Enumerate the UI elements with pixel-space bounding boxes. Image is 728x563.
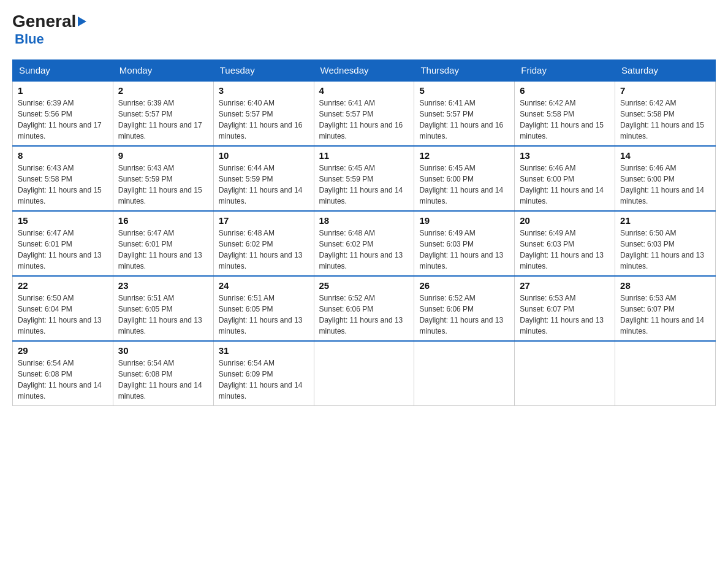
day-info: Sunrise: 6:39 AM Sunset: 5:56 PM Dayligh…: [18, 98, 108, 142]
calendar-cell: 29 Sunrise: 6:54 AM Sunset: 6:08 PM Dayl…: [13, 341, 113, 406]
calendar-cell: [314, 341, 414, 406]
day-info: Sunrise: 6:54 AM Sunset: 6:08 PM Dayligh…: [118, 358, 208, 402]
day-number: 6: [520, 85, 610, 96]
day-number: 27: [520, 280, 610, 291]
calendar-header-tuesday: Tuesday: [213, 59, 314, 81]
day-info: Sunrise: 6:42 AM Sunset: 5:58 PM Dayligh…: [620, 98, 710, 142]
day-number: 17: [219, 215, 309, 226]
day-info: Sunrise: 6:51 AM Sunset: 6:05 PM Dayligh…: [219, 293, 309, 337]
calendar-cell: 2 Sunrise: 6:39 AM Sunset: 5:57 PM Dayli…: [113, 81, 213, 146]
page-header: General Blue: [12, 12, 716, 47]
day-number: 2: [118, 85, 208, 96]
calendar-table: SundayMondayTuesdayWednesdayThursdayFrid…: [12, 59, 716, 406]
calendar-cell: 14 Sunrise: 6:46 AM Sunset: 6:00 PM Dayl…: [615, 146, 716, 211]
day-number: 8: [18, 150, 108, 161]
day-number: 19: [419, 215, 509, 226]
calendar-cell: 27 Sunrise: 6:53 AM Sunset: 6:07 PM Dayl…: [515, 276, 615, 341]
calendar-cell: 3 Sunrise: 6:40 AM Sunset: 5:57 PM Dayli…: [213, 81, 314, 146]
day-number: 30: [118, 345, 208, 356]
calendar-cell: 25 Sunrise: 6:52 AM Sunset: 6:06 PM Dayl…: [314, 276, 414, 341]
day-info: Sunrise: 6:51 AM Sunset: 6:05 PM Dayligh…: [118, 293, 208, 337]
logo-text-blue: Blue: [15, 31, 86, 47]
calendar-header-saturday: Saturday: [615, 59, 716, 81]
day-number: 10: [219, 150, 309, 161]
calendar-header-wednesday: Wednesday: [314, 59, 414, 81]
day-info: Sunrise: 6:41 AM Sunset: 5:57 PM Dayligh…: [419, 98, 509, 142]
calendar-cell: [414, 341, 515, 406]
logo-text-general: General: [12, 12, 76, 31]
day-number: 23: [118, 280, 208, 291]
calendar-cell: [515, 341, 615, 406]
calendar-cell: 31 Sunrise: 6:54 AM Sunset: 6:09 PM Dayl…: [213, 341, 314, 406]
day-number: 20: [520, 215, 610, 226]
day-info: Sunrise: 6:46 AM Sunset: 6:00 PM Dayligh…: [620, 163, 710, 207]
week-row-3: 15 Sunrise: 6:47 AM Sunset: 6:01 PM Dayl…: [13, 211, 716, 276]
calendar-header-monday: Monday: [113, 59, 213, 81]
calendar-cell: 17 Sunrise: 6:48 AM Sunset: 6:02 PM Dayl…: [213, 211, 314, 276]
day-number: 24: [219, 280, 309, 291]
day-info: Sunrise: 6:53 AM Sunset: 6:07 PM Dayligh…: [620, 293, 710, 337]
day-info: Sunrise: 6:43 AM Sunset: 5:58 PM Dayligh…: [18, 163, 108, 207]
day-number: 1: [18, 85, 108, 96]
day-number: 18: [319, 215, 409, 226]
calendar-cell: 6 Sunrise: 6:42 AM Sunset: 5:58 PM Dayli…: [515, 81, 615, 146]
week-row-5: 29 Sunrise: 6:54 AM Sunset: 6:08 PM Dayl…: [13, 341, 716, 406]
day-info: Sunrise: 6:46 AM Sunset: 6:00 PM Dayligh…: [520, 163, 610, 207]
day-info: Sunrise: 6:52 AM Sunset: 6:06 PM Dayligh…: [319, 293, 409, 337]
day-number: 28: [620, 280, 710, 291]
calendar-cell: 4 Sunrise: 6:41 AM Sunset: 5:57 PM Dayli…: [314, 81, 414, 146]
day-number: 9: [118, 150, 208, 161]
calendar-cell: 18 Sunrise: 6:48 AM Sunset: 6:02 PM Dayl…: [314, 211, 414, 276]
calendar-cell: 23 Sunrise: 6:51 AM Sunset: 6:05 PM Dayl…: [113, 276, 213, 341]
calendar-cell: 21 Sunrise: 6:50 AM Sunset: 6:03 PM Dayl…: [615, 211, 716, 276]
day-number: 25: [319, 280, 409, 291]
day-info: Sunrise: 6:47 AM Sunset: 6:01 PM Dayligh…: [18, 228, 108, 272]
week-row-2: 8 Sunrise: 6:43 AM Sunset: 5:58 PM Dayli…: [13, 146, 716, 211]
day-number: 26: [419, 280, 509, 291]
logo: General Blue: [12, 12, 86, 47]
day-info: Sunrise: 6:39 AM Sunset: 5:57 PM Dayligh…: [118, 98, 208, 142]
day-info: Sunrise: 6:54 AM Sunset: 6:09 PM Dayligh…: [219, 358, 309, 402]
day-number: 5: [419, 85, 509, 96]
calendar-cell: 8 Sunrise: 6:43 AM Sunset: 5:58 PM Dayli…: [13, 146, 113, 211]
calendar-header-thursday: Thursday: [414, 59, 515, 81]
calendar-cell: 9 Sunrise: 6:43 AM Sunset: 5:59 PM Dayli…: [113, 146, 213, 211]
calendar-cell: 22 Sunrise: 6:50 AM Sunset: 6:04 PM Dayl…: [13, 276, 113, 341]
calendar-cell: 15 Sunrise: 6:47 AM Sunset: 6:01 PM Dayl…: [13, 211, 113, 276]
day-number: 7: [620, 85, 710, 96]
calendar-cell: 28 Sunrise: 6:53 AM Sunset: 6:07 PM Dayl…: [615, 276, 716, 341]
calendar-cell: 5 Sunrise: 6:41 AM Sunset: 5:57 PM Dayli…: [414, 81, 515, 146]
day-number: 12: [419, 150, 509, 161]
day-info: Sunrise: 6:49 AM Sunset: 6:03 PM Dayligh…: [419, 228, 509, 272]
day-info: Sunrise: 6:52 AM Sunset: 6:06 PM Dayligh…: [419, 293, 509, 337]
day-number: 4: [319, 85, 409, 96]
day-info: Sunrise: 6:50 AM Sunset: 6:04 PM Dayligh…: [18, 293, 108, 337]
day-info: Sunrise: 6:54 AM Sunset: 6:08 PM Dayligh…: [18, 358, 108, 402]
day-number: 14: [620, 150, 710, 161]
calendar-cell: 19 Sunrise: 6:49 AM Sunset: 6:03 PM Dayl…: [414, 211, 515, 276]
day-info: Sunrise: 6:53 AM Sunset: 6:07 PM Dayligh…: [520, 293, 610, 337]
calendar-cell: 20 Sunrise: 6:49 AM Sunset: 6:03 PM Dayl…: [515, 211, 615, 276]
logo-arrow-icon: [78, 17, 86, 26]
day-info: Sunrise: 6:45 AM Sunset: 6:00 PM Dayligh…: [419, 163, 509, 207]
calendar-cell: 13 Sunrise: 6:46 AM Sunset: 6:00 PM Dayl…: [515, 146, 615, 211]
week-row-4: 22 Sunrise: 6:50 AM Sunset: 6:04 PM Dayl…: [13, 276, 716, 341]
day-info: Sunrise: 6:49 AM Sunset: 6:03 PM Dayligh…: [520, 228, 610, 272]
day-info: Sunrise: 6:50 AM Sunset: 6:03 PM Dayligh…: [620, 228, 710, 272]
day-number: 16: [118, 215, 208, 226]
day-number: 15: [18, 215, 108, 226]
day-number: 29: [18, 345, 108, 356]
day-info: Sunrise: 6:48 AM Sunset: 6:02 PM Dayligh…: [319, 228, 409, 272]
calendar-cell: 12 Sunrise: 6:45 AM Sunset: 6:00 PM Dayl…: [414, 146, 515, 211]
day-number: 13: [520, 150, 610, 161]
day-info: Sunrise: 6:48 AM Sunset: 6:02 PM Dayligh…: [219, 228, 309, 272]
day-info: Sunrise: 6:44 AM Sunset: 5:59 PM Dayligh…: [219, 163, 309, 207]
week-row-1: 1 Sunrise: 6:39 AM Sunset: 5:56 PM Dayli…: [13, 81, 716, 146]
day-info: Sunrise: 6:40 AM Sunset: 5:57 PM Dayligh…: [219, 98, 309, 142]
day-number: 22: [18, 280, 108, 291]
day-info: Sunrise: 6:45 AM Sunset: 5:59 PM Dayligh…: [319, 163, 409, 207]
calendar-cell: 24 Sunrise: 6:51 AM Sunset: 6:05 PM Dayl…: [213, 276, 314, 341]
calendar-cell: 1 Sunrise: 6:39 AM Sunset: 5:56 PM Dayli…: [13, 81, 113, 146]
day-number: 31: [219, 345, 309, 356]
calendar-cell: 11 Sunrise: 6:45 AM Sunset: 5:59 PM Dayl…: [314, 146, 414, 211]
